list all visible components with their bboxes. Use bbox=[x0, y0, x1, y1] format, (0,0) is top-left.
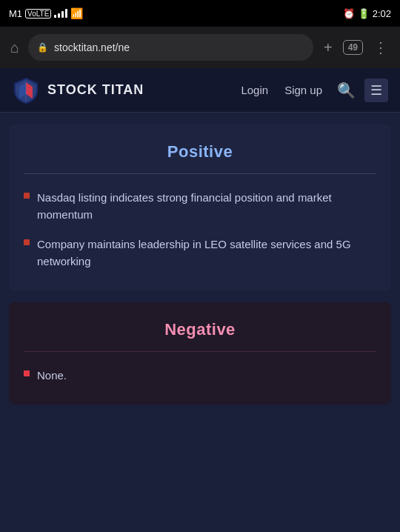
negative-bullet-list: None. bbox=[24, 367, 376, 384]
site-logo-text: STOCK TITAN bbox=[47, 82, 144, 98]
menu-button[interactable]: ⋮ bbox=[369, 36, 393, 59]
search-button[interactable]: 🔍 bbox=[333, 77, 360, 104]
positive-bullet-text-1: Nasdaq listing indicates strong financia… bbox=[37, 189, 376, 224]
positive-bullet-list: Nasdaq listing indicates strong financia… bbox=[24, 189, 376, 270]
battery-icon: 🔋 bbox=[358, 8, 370, 19]
main-content: Positive Nasdaq listing indicates strong… bbox=[0, 124, 400, 419]
alarm-icon: ⏰ bbox=[343, 8, 355, 19]
bullet-square-icon bbox=[24, 239, 30, 245]
header-nav: Login Sign up 🔍 ☰ bbox=[235, 77, 388, 104]
carrier-label: M1 bbox=[9, 8, 22, 19]
address-bar[interactable]: 🔒 stocktitan.net/ne bbox=[28, 34, 313, 61]
signal-icon bbox=[54, 9, 67, 18]
negative-title: Negative bbox=[24, 320, 376, 339]
positive-bullet-item-1: Nasdaq listing indicates strong financia… bbox=[24, 189, 376, 224]
site-identity-icon: 🔒 bbox=[37, 42, 48, 53]
positive-bullet-item-2: Company maintains leadership in LEO sate… bbox=[24, 236, 376, 270]
login-link[interactable]: Login bbox=[235, 79, 274, 101]
signup-link[interactable]: Sign up bbox=[279, 79, 328, 101]
hamburger-button[interactable]: ☰ bbox=[364, 79, 388, 102]
negative-bullet-text-1: None. bbox=[37, 367, 67, 384]
negative-section: Negative None. bbox=[9, 302, 391, 405]
time-label: 2:02 bbox=[373, 8, 391, 19]
positive-section: Positive Nasdaq listing indicates strong… bbox=[9, 124, 391, 290]
positive-divider bbox=[24, 173, 376, 174]
positive-bullet-text-2: Company maintains leadership in LEO sate… bbox=[37, 236, 376, 270]
home-button[interactable]: ⌂ bbox=[7, 36, 22, 59]
new-tab-button[interactable]: + bbox=[319, 36, 337, 59]
status-right: ⏰ 🔋 2:02 bbox=[343, 8, 391, 19]
negative-bullet-item-1: None. bbox=[24, 367, 376, 384]
browser-chrome: ⌂ 🔒 stocktitan.net/ne + 49 ⋮ bbox=[0, 27, 400, 68]
site-header: STOCK TITAN Login Sign up 🔍 ☰ bbox=[0, 68, 400, 113]
negative-divider bbox=[24, 351, 376, 352]
bullet-square-icon bbox=[24, 193, 30, 199]
volte-badge: VoLTE bbox=[25, 9, 51, 19]
status-left: M1 VoLTE 📶 bbox=[9, 7, 83, 19]
logo-area: STOCK TITAN bbox=[12, 76, 235, 104]
status-bar: M1 VoLTE 📶 ⏰ 🔋 2:02 bbox=[0, 0, 400, 27]
url-display: stocktitan.net/ne bbox=[54, 41, 304, 53]
tab-count-badge[interactable]: 49 bbox=[343, 40, 363, 55]
positive-title: Positive bbox=[24, 142, 376, 162]
wifi-icon: 📶 bbox=[70, 7, 83, 19]
logo-shield-icon bbox=[12, 76, 40, 104]
bullet-square-icon bbox=[24, 370, 30, 376]
